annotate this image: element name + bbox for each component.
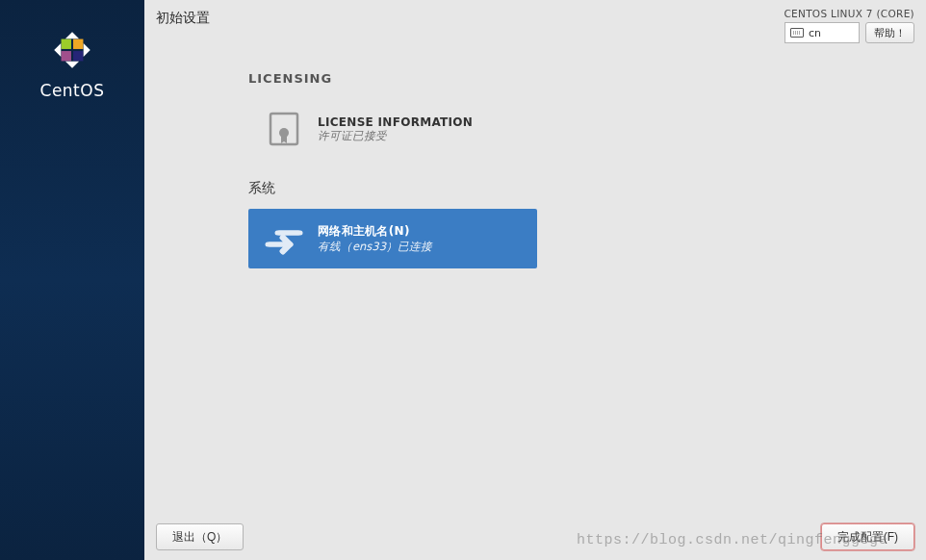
help-button[interactable]: 帮助！ <box>865 22 914 43</box>
svg-point-5 <box>279 128 289 138</box>
keyboard-layout-code: cn <box>809 27 821 39</box>
finish-configuration-button[interactable]: 完成配置(F) <box>821 523 914 550</box>
svg-rect-1 <box>73 39 83 49</box>
svg-rect-0 <box>62 39 71 49</box>
header-right: CENTOS LINUX 7 (CORE) cn 帮助！ <box>784 8 914 43</box>
svg-rect-2 <box>62 51 71 61</box>
spoke-license-information[interactable]: LICENSE INFORMATION 许可证已接受 <box>248 99 537 159</box>
centos-logo-icon <box>47 25 97 75</box>
footer: 退出（Q） 完成配置(F) <box>156 523 914 550</box>
spoke-network-hostname[interactable]: 网络和主机名(N) 有线（ens33）已连接 <box>248 209 537 268</box>
spoke-subtitle: 有线（ens33）已连接 <box>318 240 432 254</box>
brand-name: CentOS <box>40 81 105 100</box>
spoke-subtitle: 许可证已接受 <box>318 129 473 143</box>
section-title-system: 系统 <box>248 180 753 197</box>
brand-logo: CentOS <box>40 25 105 100</box>
network-icon <box>264 218 304 259</box>
page-title: 初始设置 <box>156 8 210 27</box>
keyboard-icon <box>790 28 804 38</box>
keyboard-layout-selector[interactable]: cn <box>785 22 860 43</box>
content-area: LICENSING LICENSE INFORMATION 许可证已接受 系统 <box>156 48 753 268</box>
sidebar: CentOS <box>0 0 144 560</box>
main-panel: 初始设置 CENTOS LINUX 7 (CORE) cn 帮助！ LICENS… <box>144 0 926 560</box>
section-title-licensing: LICENSING <box>248 71 753 86</box>
spoke-title: LICENSE INFORMATION <box>318 115 473 129</box>
distro-label: CENTOS LINUX 7 (CORE) <box>784 8 914 19</box>
license-icon <box>264 109 304 149</box>
header: 初始设置 CENTOS LINUX 7 (CORE) cn 帮助！ <box>156 8 914 48</box>
spoke-title: 网络和主机名(N) <box>318 223 432 240</box>
svg-rect-3 <box>73 51 83 61</box>
quit-button[interactable]: 退出（Q） <box>156 523 244 550</box>
